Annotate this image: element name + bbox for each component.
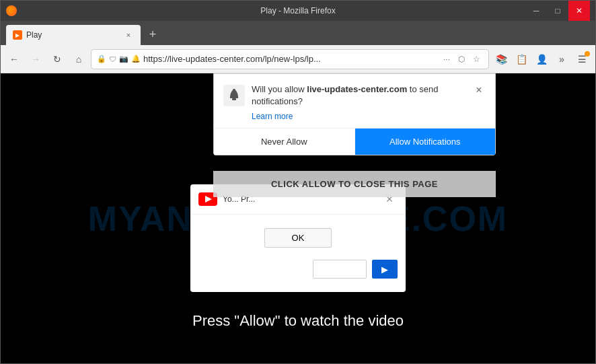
svg-rect-1 [232,98,236,100]
camera-icon: 📷 [119,54,128,63]
toolbar-icons: 📚 📋 👤 » ☰ [492,50,591,69]
popup-buttons: Never Allow Allow Notifications [214,128,495,155]
firefox-logo-icon [6,5,17,16]
maximize-button[interactable]: □ [547,1,568,21]
allow-notifications-button[interactable]: Allow Notifications [355,129,496,155]
never-allow-button[interactable]: Never Allow [214,129,355,155]
ok-button[interactable]: OK [264,228,332,248]
tab-favicon-icon: ▶ [13,30,22,40]
notification-icon: 🔔 [131,54,141,63]
page-content: MYANTISPYWARE.COM Press "Allow" to watch… [1,73,595,363]
extensions-button[interactable]: » [552,50,571,69]
popup-question: Will you allow live-updates-center.com t… [252,83,465,108]
address-bar-actions: ··· ⬡ ☆ [440,52,483,66]
play-icon [205,196,212,203]
home-button[interactable]: ⌂ [69,50,88,69]
popup-header: Will you allow live-updates-center.com t… [214,74,495,128]
back-button[interactable]: ← [5,50,24,69]
title-bar-left [6,5,17,16]
tab-close-button[interactable]: × [123,30,134,40]
minimize-button[interactable]: ─ [525,1,547,21]
popup-close-button[interactable]: × [472,83,486,97]
active-tab[interactable]: ▶ Play × [6,25,141,45]
notification-bell-icon [223,85,245,106]
reload-button[interactable]: ↻ [48,50,67,69]
modal-input[interactable] [313,260,367,279]
url-text: https://live-updates-center.com/lp/new-l… [143,54,437,64]
more-options-button[interactable]: ··· [440,52,453,66]
account-button[interactable]: 👤 [532,50,551,69]
pocket-icon[interactable]: ⬡ [455,52,468,66]
bookmarks-button[interactable]: 📚 [492,50,511,69]
press-allow-text: Press "Allow" to watch the video [192,312,404,330]
notification-permission-popup: Will you allow live-updates-center.com t… [213,73,496,155]
title-bar: Play - Mozilla Firefox ─ □ ✕ [1,1,595,21]
modal-footer: ▶ [190,254,406,279]
close-button[interactable]: ✕ [568,1,590,21]
svg-point-2 [233,89,235,92]
notification-dot [585,51,590,57]
tab-title: Play [26,30,119,40]
screenshots-button[interactable]: 📋 [512,50,531,69]
window-controls: ─ □ ✕ [525,1,590,21]
browser-window: Play - Mozilla Firefox ─ □ ✕ ▶ Play × + … [0,0,596,364]
new-tab-button[interactable]: + [143,25,162,44]
click-allow-overlay: CLICK ALLOW TO CLOSE THIS PAGE [213,171,496,197]
address-bar[interactable]: 🔒 🛡 📷 🔔 https://live-updates-center.com/… [91,49,489,69]
security-icon: 🔒 [97,54,106,63]
modal-body: OK [190,215,406,254]
menu-button[interactable]: ☰ [572,50,591,69]
click-allow-text: CLICK ALLOW TO CLOSE THIS PAGE [271,179,438,189]
popup-text: Will you allow live-updates-center.com t… [252,83,465,121]
modal-action-button[interactable]: ▶ [372,260,398,279]
inner-modal: Yo... Pr... × OK ▶ [190,184,406,292]
popup-domain: live-updates-center.com [307,84,407,94]
tab-bar: ▶ Play × + [1,21,595,45]
forward-button[interactable]: → [26,50,45,69]
nav-bar: ← → ↻ ⌂ 🔒 🛡 📷 🔔 https://live-updates-cen… [1,45,595,73]
learn-more-link[interactable]: Learn more [252,112,465,121]
window-title: Play - Mozilla Firefox [260,6,335,15]
bookmark-button[interactable]: ☆ [470,52,483,66]
shield-icon: 🛡 [109,55,116,63]
